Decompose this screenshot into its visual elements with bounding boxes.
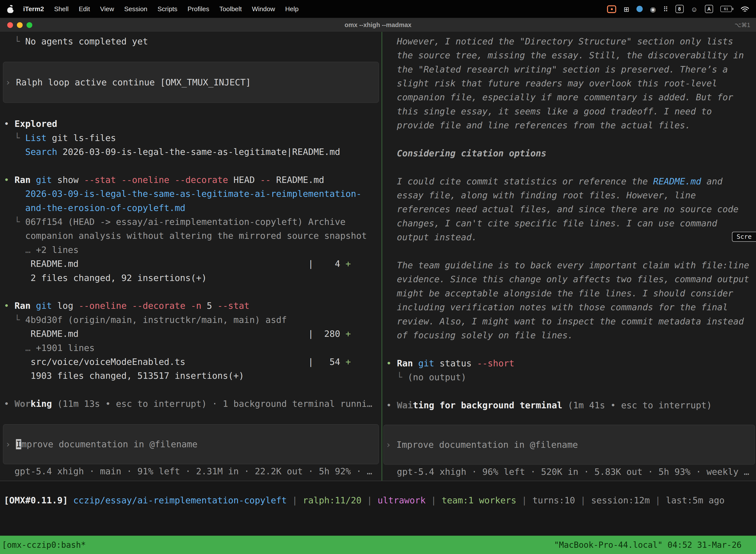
screen-record-indicator[interactable] — [607, 5, 616, 13]
menu-item-profiles[interactable]: Profiles — [188, 5, 209, 12]
text-segment: 4b9d30f (origin/main, instructkr/main, m… — [25, 315, 287, 325]
terminal-line: evidence. Since this change only affects… — [386, 272, 756, 286]
terminal-line: the source tree, missing the essay. Stil… — [386, 48, 756, 62]
text-segment: Ran — [397, 358, 418, 368]
text-segment: | — [575, 495, 591, 505]
terminal-line: However, I noticed the "Directory Struct… — [386, 34, 756, 48]
terminal-line: and-the-erosion-of-copyleft.md — [4, 201, 381, 215]
text-segment: 5 — [207, 300, 217, 311]
text-segment: -n — [191, 300, 207, 311]
text-segment: +2 lines — [36, 245, 79, 255]
text-segment: --short — [477, 358, 514, 368]
terminal-line: • Waiting for background terminal (1m 41… — [386, 398, 756, 412]
text-segment: └ — [4, 36, 25, 46]
text-segment: show — [57, 175, 84, 185]
terminal-line: … +2 lines — [4, 243, 381, 257]
text-segment: references need actual files, and since … — [386, 204, 739, 214]
text-segment: 2026-03-09-is-legal-the-same-as-legitima… — [57, 147, 340, 157]
menu-item-scripts[interactable]: Scripts — [158, 5, 177, 12]
text-segment: └ — [4, 217, 25, 227]
text-segment: I could cite commit statistics or refere… — [386, 176, 653, 186]
menu-items: ShellEditViewSessionScriptsProfilesToolb… — [54, 5, 298, 12]
text-segment: · 1 background terminal runni… — [207, 399, 372, 409]
text-segment: + — [345, 357, 351, 367]
terminal-line: including verification notes with those … — [386, 300, 756, 314]
agent-log-left: • Explored └ List git ls-files Search 20… — [4, 117, 381, 411]
apple-menu-icon[interactable] — [7, 5, 14, 13]
terminal-line: I could cite commit statistics or refere… — [386, 174, 756, 188]
menu-item-edit[interactable]: Edit — [79, 5, 90, 12]
agent-log-right: However, I noticed the "Directory Struct… — [386, 34, 756, 412]
text-segment: cczip/essay/ai-reimplementation-copyleft — [73, 495, 287, 505]
text-segment: might be acceptable alongside the file l… — [386, 288, 733, 298]
text-segment: No agents completed yet — [25, 36, 148, 46]
menu-item-window[interactable]: Window — [252, 5, 275, 12]
text-segment: Explored — [15, 119, 57, 129]
apps-grid-icon[interactable]: ⠿ — [663, 5, 668, 12]
terminal-line: └ List git ls-files — [4, 131, 381, 145]
menu-item-shell[interactable]: Shell — [54, 5, 68, 12]
wifi-icon[interactable] — [741, 5, 749, 12]
prompt-input-right[interactable]: › Improve documentation in @filename — [383, 425, 755, 465]
text-segment: team:1 workers — [441, 495, 516, 505]
terminal-pane-right[interactable]: However, I noticed the "Directory Struct… — [382, 32, 756, 481]
assistant-icon[interactable]: ☺ — [691, 5, 698, 12]
terminal-line: • Explored — [4, 117, 381, 131]
terminal-pane-left[interactable]: └ No agents completed yet › Ralph loop a… — [0, 32, 381, 481]
tmux-status-bar: [omx-cczip0:bash* "MacBook-Pro-44.local"… — [0, 536, 756, 554]
text-segment: … — [25, 342, 36, 353]
text-segment: ting for background terminal — [413, 400, 563, 410]
text-segment: Wai — [397, 400, 413, 410]
terminal-line — [4, 383, 381, 397]
terminal-line: • Ran git log --oneline --decorate -n 5 … — [4, 299, 381, 313]
key-8-icon[interactable]: 8 — [675, 5, 684, 13]
terminal-line — [386, 384, 756, 398]
terminal-line: might be acceptable alongside the file l… — [386, 286, 756, 300]
text-segment: provide file and line references from th… — [386, 120, 691, 130]
menu-item-help[interactable]: Help — [285, 5, 299, 12]
text-segment: -- — [260, 175, 276, 185]
iterm-window: iTerm2 ShellEditViewSessionScriptsProfil… — [0, 0, 756, 554]
text-segment: └ — [4, 315, 25, 325]
text-segment: + — [345, 259, 351, 269]
text-segment: List — [25, 133, 47, 143]
text-segment: • — [4, 175, 15, 185]
dark-app-icon[interactable]: ◉ — [650, 5, 656, 12]
terminal-line: provide file and line references from th… — [386, 118, 756, 132]
text-segment: … — [25, 245, 36, 255]
text-segment: | — [287, 495, 303, 505]
terminal-line: • Working (11m 13s • esc to interrupt) ·… — [4, 397, 381, 410]
text-segment: (no output) — [407, 372, 466, 382]
screen-tooltip[interactable]: Scre — [732, 232, 756, 242]
battery-icon[interactable]: 61 — [720, 6, 733, 12]
text-segment — [4, 245, 25, 255]
prompt-input-left[interactable]: › Improve documentation in @filename — [3, 424, 379, 464]
tmux-session-label: [omx-cczip0:bash* — [2, 540, 86, 550]
text-segment — [52, 399, 57, 409]
text-segment: | — [426, 495, 442, 505]
app-menu-title[interactable]: iTerm2 — [23, 5, 44, 12]
window-grid-icon[interactable]: ⊞ — [624, 5, 629, 12]
text-segment: I — [16, 439, 21, 449]
text-segment: git — [36, 300, 57, 311]
terminal-line: └ No agents completed yet — [4, 34, 381, 48]
text-segment: Ran — [15, 300, 36, 311]
terminal-area: └ No agents completed yet › Ralph loop a… — [0, 32, 756, 481]
text-segment — [562, 400, 568, 410]
blue-app-icon[interactable] — [636, 6, 643, 12]
window-title-bar: omx --xhigh --madmax ⌥⌘1 — [0, 18, 756, 32]
text-segment: the source tree, missing the essay. Stil… — [386, 50, 744, 60]
menu-item-toolbelt[interactable]: Toolbelt — [219, 5, 242, 12]
text-segment: • — [4, 399, 15, 409]
model-status-right: gpt-5.4 xhigh · 96% left · 520K in · 5.8… — [386, 465, 756, 479]
terminal-line: README.md | 4 + — [4, 257, 381, 271]
text-segment: ultrawork — [378, 495, 426, 505]
menu-item-view[interactable]: View — [100, 5, 114, 12]
text-segment: +1901 lines — [36, 342, 95, 353]
text-segment: essay file, along with finding root file… — [386, 190, 696, 200]
text-segment: output instead. — [386, 232, 477, 242]
terminal-line: the "Related research writing" section i… — [386, 62, 756, 76]
menu-item-session[interactable]: Session — [124, 5, 147, 12]
text-segment: 2026-03-09-is-legal-the-same-as-legitima… — [4, 189, 362, 199]
input-source-icon[interactable]: A — [705, 5, 713, 13]
